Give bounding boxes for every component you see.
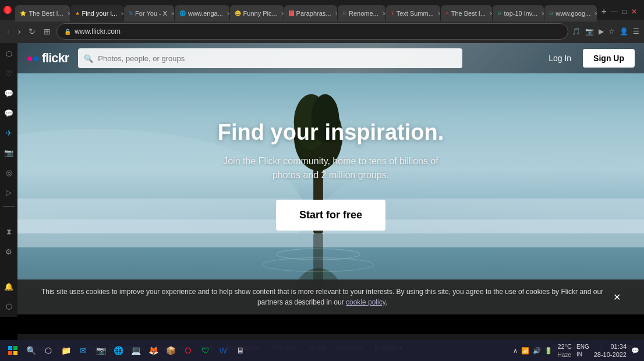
hero-subtitle: Join the Flickr community, home to tens … — [223, 154, 438, 182]
wifi-icon[interactable]: 📶 — [521, 347, 529, 355]
system-tray: ∧ 📶 🔊 🔋 — [513, 347, 553, 355]
sidebar-radar-icon[interactable]: ◎ — [3, 167, 15, 178]
taskbar-camera[interactable]: 📷 — [93, 343, 108, 358]
taskbar-firefox[interactable]: 🦊 — [146, 343, 161, 358]
signup-button[interactable]: Sign Up — [583, 49, 635, 68]
main-content: ●● flickr 🔍 Log In Sign Up — [17, 43, 644, 314]
hero-text: Find your inspiration. Join the Flickr c… — [17, 73, 644, 231]
sidebar-telegram-icon[interactable]: ✈ — [3, 127, 15, 139]
tab-7[interactable]: R Renome... ✕ — [338, 5, 385, 22]
tab-close-6[interactable]: ✕ — [335, 10, 338, 17]
volume-icon[interactable]: 🔊 — [533, 347, 541, 355]
tab-2[interactable]: ★ Find your i... ✕ — [70, 5, 124, 22]
reload-button[interactable]: ↻ — [26, 26, 38, 37]
cookie-policy-link[interactable]: cookie policy — [346, 298, 385, 306]
profile-icon[interactable]: 👤 — [620, 27, 628, 36]
tab-close-9[interactable]: ✕ — [489, 10, 492, 17]
login-button[interactable]: Log In — [543, 50, 577, 66]
camera-icon[interactable]: 📷 — [585, 27, 594, 36]
start-free-button[interactable]: Start for free — [276, 200, 385, 231]
taskbar-opera[interactable]: O — [181, 343, 196, 358]
new-tab-button[interactable]: + — [597, 6, 610, 17]
address-bar-row: ‹ › ↻ ⊞ 🔒 www.flickr.com 🎵 📷 ▶ ☆ 👤 ☰ — [0, 20, 644, 43]
close-button[interactable]: ✕ — [631, 8, 637, 16]
tab-9[interactable]: A The Best I... ✕ — [441, 5, 493, 22]
battery-icon[interactable]: 🔋 — [544, 347, 553, 355]
sidebar-heart-icon[interactable]: ♡ — [3, 68, 15, 79]
taskbar-laptop[interactable]: 💻 — [128, 343, 143, 358]
sidebar-history-icon[interactable]: ⧗ — [3, 226, 15, 238]
play-icon[interactable]: ▶ — [599, 27, 604, 36]
flickr-logo[interactable]: ●● flickr — [27, 51, 69, 66]
tab-close-7[interactable]: ✕ — [382, 10, 385, 17]
tab-close-11[interactable]: ✕ — [594, 10, 597, 17]
tab-close-5[interactable]: ✕ — [281, 10, 284, 17]
bookmark-icon[interactable]: ☆ — [608, 27, 615, 36]
tab-6[interactable]: 🅿 Paraphras... ✕ — [284, 5, 338, 22]
media-icon[interactable]: 🎵 — [572, 27, 581, 36]
flickr-navbar: ●● flickr 🔍 Log In Sign Up — [17, 43, 644, 73]
sidebar-settings-icon[interactable]: ⚙ — [3, 246, 15, 257]
tray-arrow[interactable]: ∧ — [513, 347, 518, 355]
tab-close-4[interactable]: ✕ — [227, 10, 229, 17]
tab-favicon-5: 😄 — [235, 10, 241, 16]
minimize-button[interactable]: — — [611, 8, 618, 16]
tab-close-10[interactable]: ✕ — [541, 10, 544, 17]
lock-icon: 🔒 — [64, 29, 71, 35]
clock[interactable]: 01:34 28-10-2022 — [594, 342, 627, 359]
tab-favicon-11: G — [549, 10, 553, 16]
cookie-banner: This site uses cookies to improve your e… — [17, 279, 644, 314]
notification-icon[interactable]: 💬 — [631, 347, 639, 355]
taskbar: 🔍 ⬡ 📁 ✉ 📷 🌐 💻 🦊 📦 O 🛡 W 🖥 ∧ 📶 🔊 🔋 22°C H… — [0, 340, 644, 361]
taskbar-browser[interactable]: 🌐 — [111, 343, 126, 358]
sidebar-messenger-icon[interactable]: 💬 — [3, 87, 15, 99]
browser-actions: 🎵 📷 ▶ ☆ 👤 ☰ — [572, 27, 639, 36]
flickr-search-box[interactable]: 🔍 — [78, 48, 462, 68]
url-text: www.flickr.com — [75, 27, 121, 36]
sidebar-bell-icon[interactable]: 🔔 — [3, 281, 15, 292]
sidebar-speeddial-icon[interactable]: ⬡ — [3, 48, 15, 59]
tab-8[interactable]: T Text Summ... ✕ — [386, 5, 440, 22]
keyboard-lang[interactable]: ENG IN — [576, 343, 589, 358]
hero-section: ●● flickr 🔍 Log In Sign Up — [17, 43, 644, 314]
taskbar-right: ∧ 📶 🔊 🔋 22°C Haze ENG IN 01:34 28-10-202… — [513, 342, 639, 359]
tab-10[interactable]: G top-10 Inv... ✕ — [493, 5, 544, 22]
window-controls: — □ ✕ — [611, 8, 642, 16]
taskbar-amazon[interactable]: 📦 — [163, 343, 178, 358]
tab-close-1[interactable]: ✕ — [67, 10, 70, 17]
taskbar-taskview[interactable]: ⬡ — [41, 343, 56, 358]
tab-11[interactable]: G www.goog... ✕ — [544, 5, 597, 22]
home-button[interactable]: ⊞ — [41, 26, 53, 37]
tab-1[interactable]: ⭐ The Best I... ✕ — [15, 5, 69, 22]
sidebar-send-icon[interactable]: ▷ — [3, 186, 15, 198]
tab-5[interactable]: 😄 Funny Pic... ✕ — [230, 5, 284, 22]
taskbar-display[interactable]: 🖥 — [233, 343, 248, 358]
menu-icon[interactable]: ☰ — [633, 27, 639, 36]
flickr-dots: ●● — [27, 52, 40, 65]
weather-widget: 22°C Haze — [557, 342, 572, 358]
taskbar-files[interactable]: 📁 — [58, 343, 73, 358]
cookie-close-button[interactable]: ✕ — [613, 292, 621, 303]
forward-button[interactable]: › — [16, 26, 23, 37]
taskbar-vpn[interactable]: 🛡 — [198, 343, 213, 358]
temperature: 22°C — [557, 342, 572, 351]
tab-close-2[interactable]: ✕ — [121, 10, 123, 17]
taskbar-word[interactable]: W — [215, 343, 231, 358]
tab-4[interactable]: 🌐 www.enga... ✕ — [175, 5, 229, 22]
start-button[interactable] — [5, 342, 21, 359]
search-input[interactable] — [98, 54, 457, 63]
browser-chrome: ⭐ The Best I... ✕ ★ Find your i... ✕ 𝕏 F… — [0, 0, 644, 43]
tab-3[interactable]: 𝕏 For You - X ✕ — [124, 5, 174, 22]
sidebar-whatsapp-icon[interactable]: 💬 — [3, 107, 15, 119]
maximize-button[interactable]: □ — [622, 8, 627, 16]
back-button[interactable]: ‹ — [5, 26, 12, 37]
sidebar-extensions-icon[interactable]: ⬡ — [3, 300, 15, 312]
tab-favicon-6: 🅿 — [289, 10, 294, 16]
taskbar-mail[interactable]: ✉ — [76, 343, 91, 358]
taskbar-search[interactable]: 🔍 — [23, 343, 38, 358]
search-icon: 🔍 — [84, 54, 93, 63]
sidebar-instagram-icon[interactable]: 📷 — [3, 147, 15, 158]
address-input[interactable]: 🔒 www.flickr.com — [56, 23, 568, 40]
tab-close-3[interactable]: ✕ — [171, 10, 174, 17]
tab-close-8[interactable]: ✕ — [437, 10, 440, 17]
